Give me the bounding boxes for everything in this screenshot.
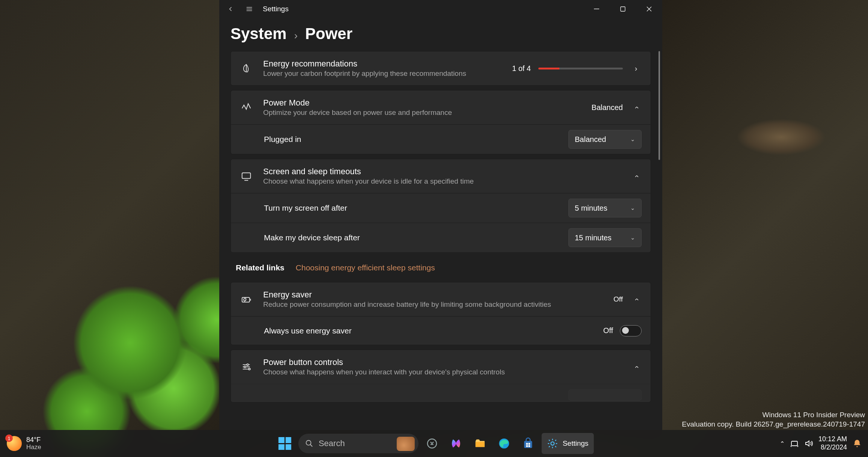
always-energy-saver-toggle[interactable] bbox=[620, 325, 642, 336]
weather-icon: 1 bbox=[7, 436, 22, 451]
maximize-icon bbox=[620, 6, 625, 12]
weather-text: 84°F Haze bbox=[26, 436, 41, 451]
progress-text: 1 of 4 bbox=[512, 64, 531, 73]
card-subtitle: Choose what happens when you interact wi… bbox=[263, 368, 630, 376]
truncated-dropdown[interactable] bbox=[568, 389, 642, 401]
weather-notification-badge: 1 bbox=[5, 434, 13, 442]
power-mode-value: Balanced bbox=[592, 103, 623, 112]
desktop-watermark: Windows 11 Pro Insider Preview Evaluatio… bbox=[682, 410, 865, 429]
related-link-sleep-settings[interactable]: Choosing energy efficient sleep settings bbox=[296, 263, 435, 272]
chevron-up-icon: › bbox=[630, 102, 643, 113]
chevron-right-icon: › bbox=[630, 62, 642, 75]
svg-rect-12 bbox=[526, 443, 528, 445]
search-icon bbox=[305, 439, 313, 448]
taskbar-weather-widget[interactable]: 1 84°F Haze bbox=[0, 436, 41, 451]
card-title: Energy saver bbox=[263, 290, 613, 300]
always-energy-saver-label: Always use energy saver bbox=[264, 326, 603, 335]
svg-point-16 bbox=[551, 442, 554, 445]
taskbar-icon-widgets[interactable] bbox=[422, 433, 443, 454]
arrow-left-icon bbox=[227, 5, 234, 13]
close-button[interactable] bbox=[636, 2, 662, 17]
svg-point-4 bbox=[247, 364, 249, 366]
back-button[interactable] bbox=[223, 2, 238, 17]
card-subtitle: Choose what happens when your device is … bbox=[263, 177, 630, 186]
start-button[interactable] bbox=[274, 433, 295, 454]
titlebar: Settings bbox=[219, 0, 662, 18]
search-highlight-icon bbox=[397, 437, 415, 451]
close-icon bbox=[646, 6, 652, 12]
card-title: Energy recommendations bbox=[263, 59, 512, 69]
svg-rect-14 bbox=[526, 445, 528, 447]
taskbar: 1 84°F Haze Search bbox=[0, 430, 868, 457]
plugged-in-label: Plugged in bbox=[264, 135, 568, 144]
minimize-button[interactable] bbox=[583, 2, 610, 17]
screen-sleep-header[interactable]: Screen and sleep timeouts Choose what ha… bbox=[231, 159, 651, 193]
taskbar-clock[interactable]: 10:12 AM 8/2/2024 bbox=[818, 435, 847, 451]
power-mode-header[interactable]: Power Mode Optimize your device based on… bbox=[231, 90, 651, 124]
energy-saver-card: Energy saver Reduce power consumption an… bbox=[231, 282, 651, 345]
network-icon[interactable] bbox=[790, 439, 799, 448]
screen-off-dropdown[interactable]: 5 minutes ⌄ bbox=[568, 199, 642, 217]
svg-rect-2 bbox=[242, 173, 251, 178]
card-title: Screen and sleep timeouts bbox=[263, 167, 630, 176]
notifications-icon[interactable] bbox=[852, 439, 862, 448]
breadcrumb-parent[interactable]: System bbox=[231, 25, 286, 43]
window-title: Settings bbox=[263, 5, 289, 13]
chevron-down-icon: ⌄ bbox=[630, 136, 635, 143]
sleep-after-label: Make my device sleep after bbox=[264, 233, 568, 242]
maximize-button[interactable] bbox=[610, 2, 636, 17]
svg-rect-17 bbox=[791, 441, 797, 446]
taskbar-icon-edge[interactable] bbox=[494, 433, 515, 454]
chevron-right-icon: › bbox=[294, 30, 297, 42]
related-links-section: Related links Choosing energy efficient … bbox=[231, 255, 651, 282]
content-area: Energy recommendations Lower your carbon… bbox=[219, 51, 662, 433]
screen-icon bbox=[240, 170, 253, 182]
power-mode-card: Power Mode Optimize your device based on… bbox=[231, 90, 651, 154]
taskbar-icon-settings[interactable]: Settings bbox=[542, 433, 594, 454]
svg-point-5 bbox=[244, 366, 246, 368]
screen-off-label: Turn my screen off after bbox=[264, 204, 568, 213]
taskbar-icon-explorer[interactable] bbox=[470, 433, 491, 454]
svg-rect-11 bbox=[524, 441, 532, 448]
energy-saver-status: Off bbox=[613, 295, 623, 303]
progress-bar bbox=[538, 68, 623, 69]
tray-overflow-icon[interactable]: ⌃ bbox=[780, 440, 785, 447]
chevron-up-icon: › bbox=[630, 294, 643, 305]
scrollbar-thumb[interactable] bbox=[659, 51, 660, 160]
svg-rect-0 bbox=[594, 9, 599, 9]
energy-saver-header[interactable]: Energy saver Reduce power consumption an… bbox=[231, 282, 651, 316]
truncated-row bbox=[231, 384, 651, 402]
toggle-state-label: Off bbox=[603, 326, 613, 335]
chevron-down-icon: ⌄ bbox=[630, 205, 635, 211]
card-subtitle: Lower your carbon footprint by applying … bbox=[263, 69, 512, 78]
svg-rect-15 bbox=[528, 445, 530, 447]
chevron-down-icon: ⌄ bbox=[630, 234, 635, 241]
energy-recommendations-card[interactable]: Energy recommendations Lower your carbon… bbox=[231, 51, 651, 86]
always-energy-saver-row: Always use energy saver Off bbox=[231, 316, 651, 345]
svg-point-7 bbox=[306, 440, 311, 445]
minimize-icon bbox=[594, 6, 599, 12]
chevron-up-icon: › bbox=[630, 170, 643, 182]
screen-sleep-card: Screen and sleep timeouts Choose what ha… bbox=[231, 159, 651, 253]
sleep-after-dropdown[interactable]: 15 minutes ⌄ bbox=[568, 228, 642, 247]
hamburger-icon bbox=[245, 5, 253, 13]
card-title: Power Mode bbox=[263, 98, 592, 108]
card-subtitle: Reduce power consumption and increase ba… bbox=[263, 300, 613, 309]
svg-point-6 bbox=[249, 368, 250, 370]
chevron-up-icon: › bbox=[630, 361, 643, 373]
volume-icon[interactable] bbox=[804, 439, 813, 448]
svg-rect-1 bbox=[621, 7, 625, 11]
performance-icon bbox=[240, 102, 253, 113]
controls-icon bbox=[240, 362, 253, 372]
taskbar-search[interactable]: Search bbox=[298, 434, 419, 453]
power-button-header[interactable]: Power button controls Choose what happen… bbox=[231, 350, 651, 384]
breadcrumb: System › Power bbox=[219, 18, 662, 51]
nav-menu-button[interactable] bbox=[242, 2, 257, 17]
search-placeholder: Search bbox=[319, 439, 345, 448]
svg-rect-9 bbox=[476, 442, 485, 447]
plugged-in-dropdown[interactable]: Balanced ⌄ bbox=[568, 130, 642, 149]
svg-rect-13 bbox=[528, 443, 530, 445]
windows-logo-icon bbox=[279, 437, 291, 450]
taskbar-icon-store[interactable] bbox=[518, 433, 539, 454]
taskbar-icon-copilot[interactable] bbox=[446, 433, 467, 454]
